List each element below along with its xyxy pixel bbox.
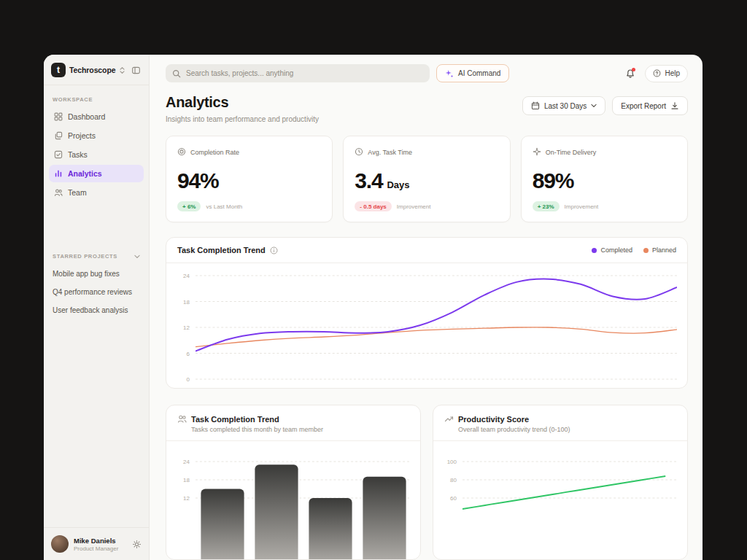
y-tick-label: 100 — [447, 459, 457, 465]
notifications-bell-icon[interactable] — [625, 69, 635, 79]
legend-label: Planned — [652, 246, 676, 254]
chart-svg — [196, 450, 411, 559]
sidebar-item-tasks[interactable]: Tasks — [49, 146, 144, 163]
y-axis-labels: 06121824 — [174, 273, 190, 382]
sidebar-item-projects[interactable]: Projects — [49, 127, 144, 144]
stat-note: Improvement — [565, 203, 599, 210]
y-tick-label: 60 — [450, 495, 457, 502]
user-name: Mike Daniels — [74, 537, 118, 545]
legend-item-planned[interactable]: Planned — [643, 246, 676, 254]
help-icon — [653, 69, 661, 77]
y-axis-labels: 241812 — [174, 450, 190, 559]
card-subtitle: Tasks completed this month by team membe… — [191, 426, 409, 433]
y-tick-label: 24 — [183, 459, 190, 465]
y-axis-labels: 1008060 — [441, 450, 457, 559]
y-tick-label: 18 — [183, 477, 190, 483]
help-label: Help — [665, 69, 680, 77]
workspace-section-label: WORKSPACE — [44, 85, 149, 108]
x-tick-label: Week 2 — [345, 387, 365, 389]
chart-legend: Completed Planned — [592, 246, 676, 254]
stat-note: Improvement — [397, 203, 431, 210]
sparkle-icon — [533, 146, 541, 159]
stat-cards: Completion Rate 94% + 6% vs Last Month A… — [150, 136, 703, 222]
ai-command-button[interactable]: AI Command — [436, 64, 509, 82]
task-completion-trend-card: Task Completion Trend Completed Planned — [166, 237, 688, 389]
stat-suffix: Days — [387, 179, 409, 190]
stat-card-completion-rate: Completion Rate 94% + 6% vs Last Month — [166, 136, 333, 222]
chevron-down-icon — [134, 254, 140, 259]
legend-label: Completed — [600, 246, 632, 254]
status-badge: + 23% — [533, 201, 560, 211]
status-badge: + 6% — [177, 201, 201, 211]
card-subtitle: Overall team productivity trend (0-100) — [458, 426, 676, 433]
brand-row: t Techroscope — [44, 55, 149, 85]
stat-label: Avg. Task Time — [368, 149, 412, 156]
user-profile[interactable]: Mike Daniels Product Manager — [44, 527, 149, 560]
topbar-right: Help — [625, 65, 688, 82]
help-button[interactable]: Help — [645, 65, 688, 82]
stat-value: 94% — [177, 168, 218, 193]
team-icon — [54, 188, 63, 197]
main-area: AI Command Help Analytics Insights into … — [150, 55, 703, 560]
starred-item[interactable]: Q4 performance reviews — [44, 283, 149, 301]
card-title: Productivity Score — [458, 415, 529, 424]
sidebar-collapse-icon[interactable] — [130, 64, 142, 77]
trending-up-icon — [444, 414, 454, 424]
sidebar-item-analytics[interactable]: Analytics — [49, 165, 144, 182]
stat-card-on-time-delivery: On-Time Delivery 89% + 23% Improvement — [521, 136, 688, 222]
projects-icon — [54, 131, 63, 140]
bottom-charts: Task Completion Trend Tasks completed th… — [166, 405, 688, 560]
info-icon[interactable] — [270, 246, 278, 254]
stat-label: Completion Rate — [190, 149, 239, 156]
legend-dot-planned — [643, 248, 649, 253]
status-badge: - 0.5 days — [355, 201, 391, 211]
target-icon — [177, 146, 186, 159]
stat-note: vs Last Month — [206, 203, 242, 210]
workspace-switcher-icon[interactable] — [119, 66, 125, 74]
search-box[interactable] — [166, 64, 430, 82]
dashboard-icon — [54, 112, 63, 121]
productivity-score-card: Productivity Score Overall team producti… — [433, 405, 688, 560]
sidebar-nav: Dashboard Projects Tasks Analytics Team — [44, 108, 149, 203]
y-tick-label: 6 — [187, 350, 190, 357]
sidebar-item-team[interactable]: Team — [49, 184, 144, 201]
chevron-down-icon — [591, 104, 597, 108]
y-tick-label: 12 — [183, 495, 190, 502]
chart-svg — [462, 450, 678, 559]
topbar: AI Command Help — [150, 55, 703, 82]
starred-item[interactable]: User feedback analysis — [44, 301, 149, 319]
ai-command-label: AI Command — [458, 69, 500, 77]
card-title: Task Completion Trend — [177, 246, 266, 254]
chart-svg — [196, 273, 677, 382]
starred-section-label[interactable]: STARRED PROJECTS — [44, 242, 149, 265]
sidebar-item-label: Dashboard — [68, 112, 105, 121]
stat-value: 89% — [533, 168, 573, 193]
sidebar-item-label: Projects — [68, 131, 96, 140]
app-window: t Techroscope WORKSPACE Dashboard Projec… — [44, 55, 703, 560]
user-info: Mike Daniels Product Manager — [74, 537, 118, 552]
y-tick-label: 0 — [187, 376, 190, 383]
app-name: Techroscope — [69, 66, 115, 74]
page-header: Analytics Insights into team performance… — [150, 82, 703, 123]
card-title: Task Completion Trend — [191, 415, 279, 424]
calendar-icon — [531, 101, 540, 110]
x-tick-label: Week 1 — [196, 387, 215, 389]
sidebar-item-label: Tasks — [68, 150, 88, 159]
y-tick-label: 12 — [183, 324, 190, 331]
export-label: Export Report — [621, 102, 666, 110]
date-range-button[interactable]: Last 30 Days — [522, 96, 605, 115]
starred-item[interactable]: Mobile app bug fixes — [44, 265, 149, 283]
starred-projects-section: STARRED PROJECTS Mobile app bug fixes Q4… — [44, 242, 149, 319]
legend-item-completed[interactable]: Completed — [592, 246, 632, 254]
tasks-by-member-card: Task Completion Trend Tasks completed th… — [166, 405, 421, 560]
gear-icon[interactable] — [132, 540, 142, 549]
export-report-button[interactable]: Export Report — [612, 96, 688, 115]
sidebar-item-dashboard[interactable]: Dashboard — [49, 108, 144, 125]
user-role: Product Manager — [74, 545, 118, 552]
sidebar: t Techroscope WORKSPACE Dashboard Projec… — [44, 55, 150, 560]
legend-dot-completed — [592, 248, 597, 253]
analytics-icon — [54, 169, 63, 178]
search-input[interactable] — [186, 69, 423, 77]
y-tick-label: 24 — [183, 273, 190, 279]
y-tick-label: 18 — [183, 298, 190, 305]
